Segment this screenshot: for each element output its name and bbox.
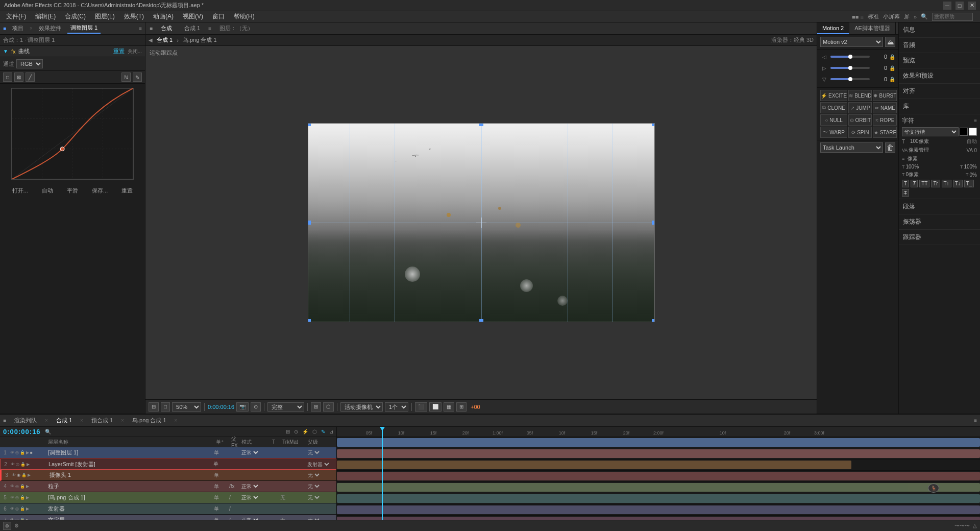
menu-view[interactable]: 视图(V)	[179, 11, 207, 22]
maximize-button[interactable]: □	[955, 2, 964, 10]
layer-lock-6[interactable]: 🔒	[20, 506, 25, 511]
workspace-standard[interactable]: 标准	[868, 13, 879, 20]
btn-jump[interactable]: ↗JUMP	[848, 102, 872, 113]
handle-bc[interactable]	[479, 319, 483, 322]
char-strike-btn[interactable]: T̶	[902, 189, 909, 197]
char-smallcaps-btn[interactable]: Tr	[931, 180, 940, 187]
char-super-btn[interactable]: T↑	[942, 180, 951, 187]
layer-expand-1[interactable]: ▶	[26, 450, 29, 455]
layer-mode-select-4[interactable]: 正常	[239, 483, 260, 490]
workspace-more[interactable]: »	[914, 14, 917, 20]
layer-lock-3[interactable]: 🔒	[21, 473, 27, 477]
slider-thumb-2[interactable]	[848, 66, 852, 70]
tl-ctrl-2[interactable]: ⊙	[294, 429, 298, 435]
preset-select[interactable]: Motion v2	[820, 37, 883, 47]
handle-tl[interactable]	[308, 123, 311, 126]
btn-null[interactable]: ○NULL	[820, 114, 847, 126]
info-section[interactable]: 信息	[899, 22, 980, 38]
tl-ctrl-1[interactable]: ⊞	[286, 429, 290, 435]
char-color-black[interactable]	[960, 128, 968, 136]
tab-motion2[interactable]: Motion 2	[817, 22, 849, 34]
layer-mode-select-5[interactable]: 正常	[239, 494, 260, 501]
curves-auto-btn[interactable]: 自动	[42, 187, 53, 195]
tl-tab-render[interactable]: 渲染列队	[11, 416, 40, 425]
layer-parent-select-5[interactable]: 无	[306, 494, 321, 501]
layer-parent-select-4[interactable]: 无	[306, 483, 321, 490]
comp-menu[interactable]: ≡	[208, 26, 211, 31]
vt-camera-select[interactable]: 活动摄像机	[340, 402, 383, 412]
slider-track-3[interactable]	[830, 78, 870, 80]
vt-3d-btn1[interactable]: ⬛	[415, 402, 427, 412]
tl-header-menu[interactable]: ≡	[974, 418, 977, 423]
vt-cam-btn[interactable]: 📷	[236, 402, 249, 412]
task-delete-btn[interactable]: 🗑	[885, 142, 895, 153]
fx-collapse[interactable]: ▼	[3, 49, 8, 54]
btn-spin[interactable]: ⟳SPIN	[848, 127, 872, 138]
layer-lock-4[interactable]: 🔒	[20, 484, 25, 489]
layer-expand-5[interactable]: ▶	[26, 495, 29, 500]
char-bold-btn[interactable]: T	[902, 180, 909, 187]
slider-track-2[interactable]	[830, 67, 870, 69]
fx-reset[interactable]: 重置	[113, 47, 125, 55]
tl-layer-4[interactable]: 4 👁 ◎ 🔒 ▶ 粒子 单 /fx 正常	[0, 481, 336, 492]
track-bar-5[interactable]: 🦌	[337, 483, 980, 492]
tl-layer-6[interactable]: 6 👁 ◎ 🔒 ▶ 发射器 单 /	[0, 503, 336, 515]
track-bar-4[interactable]	[337, 472, 980, 480]
left-panel-collapse[interactable]: ■	[3, 26, 6, 31]
track-bar-6[interactable]	[337, 494, 980, 503]
tl-layer-7[interactable]: 7 👁 ◎ 🔒 ▶ 文字层 单 / 正常	[0, 515, 336, 520]
slider-lock-1[interactable]: 🔒	[889, 54, 895, 60]
curve-icon-square[interactable]: □	[3, 73, 12, 82]
tracker-section[interactable]: 跟踪器	[899, 230, 980, 245]
layer-lock-2[interactable]: 🔒	[20, 462, 26, 467]
audio-section[interactable]: 音频	[899, 38, 980, 53]
vt-3d-btn3[interactable]: ▦	[444, 402, 454, 412]
curve-icon-cross[interactable]: ⊠	[14, 73, 23, 82]
layer-solo-1[interactable]: ◎	[15, 450, 19, 455]
curves-reset-btn[interactable]: 重置	[121, 187, 133, 195]
layer-lock-5[interactable]: 🔒	[20, 495, 25, 500]
track-bar-8[interactable]	[337, 517, 980, 520]
btn-orbit[interactable]: ⊙ORBIT	[848, 114, 872, 126]
paragraph-section[interactable]: 段落	[899, 199, 980, 214]
workspace-small[interactable]: 小屏幕	[883, 13, 900, 20]
tab-effects-controls[interactable]: 效果控件	[36, 23, 64, 33]
layer-eye-3[interactable]: 👁	[12, 473, 16, 477]
library-section[interactable]: 库	[899, 99, 980, 114]
track-bar-2[interactable]	[337, 449, 980, 458]
layer-eye-5[interactable]: 👁	[10, 495, 14, 500]
slider-lock-2[interactable]: 🔒	[889, 65, 895, 71]
layer-lock-1[interactable]: 🔒	[20, 450, 25, 455]
layer-solo-4[interactable]: ◎	[15, 484, 19, 489]
layer-solo-6[interactable]: ◎	[15, 506, 19, 511]
layer-eye-2[interactable]: 👁	[11, 462, 15, 467]
char-font-select[interactable]: 华文行楷	[902, 127, 959, 136]
vt-icon1[interactable]: ⊟	[149, 402, 159, 412]
preview-section[interactable]: 预览	[899, 53, 980, 68]
track-bar-1[interactable]	[337, 438, 980, 447]
preset-mountain-btn[interactable]: ⛰	[885, 37, 895, 47]
menu-edit[interactable]: 编辑(E)	[31, 11, 60, 22]
handle-ml[interactable]	[308, 221, 311, 225]
comp-sub-tab-2[interactable]: 鸟.png 合成 1	[183, 36, 217, 44]
char-menu[interactable]: ≡	[974, 118, 977, 124]
workspace-option[interactable]: 屏	[904, 13, 910, 20]
btn-clone[interactable]: ⧉CLONE	[820, 102, 847, 113]
menu-animate[interactable]: 动画(A)	[149, 11, 178, 22]
handle-bl[interactable]	[308, 319, 311, 322]
slider-thumb-3[interactable]	[848, 77, 852, 81]
curve-icon-pen[interactable]: ✎	[133, 73, 142, 82]
char-italic-btn[interactable]: T	[911, 180, 918, 187]
layer-solo-5[interactable]: ◎	[15, 495, 19, 500]
char-allcaps-btn[interactable]: TT	[919, 180, 929, 187]
align-section[interactable]: 对齐	[899, 84, 980, 99]
effects-presets-section[interactable]: 效果和预设	[899, 68, 980, 84]
layer-solo-2[interactable]: ◎	[16, 462, 19, 467]
curve-icon-n[interactable]: ℕ	[121, 73, 131, 82]
layer-parent-select-1[interactable]: 无	[306, 449, 321, 456]
layer-solo-3[interactable]: ◉	[17, 473, 20, 477]
menu-layer[interactable]: 图层(L)	[91, 11, 119, 22]
char-under-btn[interactable]: T_	[964, 180, 974, 187]
curves-channel-select[interactable]: RGB R G B	[16, 59, 43, 68]
tl-tab-precomp[interactable]: 预合成 1	[88, 416, 116, 425]
